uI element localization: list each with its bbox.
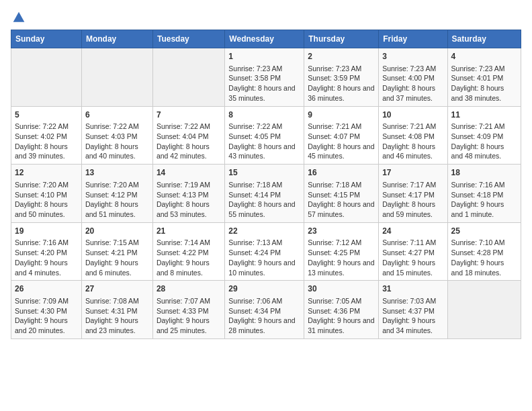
day-info: Daylight: 9 hours and 10 minutes. [228,258,300,277]
calendar-cell: 24Sunrise: 7:11 AMSunset: 4:27 PMDayligh… [379,222,447,281]
day-info: Daylight: 8 hours and 45 minutes. [308,142,375,161]
calendar-cell: 21Sunrise: 7:14 AMSunset: 4:22 PMDayligh… [152,222,224,281]
day-number: 25 [451,226,517,237]
day-number: 17 [382,167,443,179]
calendar-cell: 10Sunrise: 7:21 AMSunset: 4:08 PMDayligh… [379,106,447,165]
day-number: 21 [157,226,221,237]
calendar-cell: 27Sunrise: 7:08 AMSunset: 4:31 PMDayligh… [81,281,152,339]
day-info: Daylight: 9 hours and 31 minutes. [308,316,375,335]
day-number: 24 [382,226,443,237]
day-info: Daylight: 9 hours and 6 minutes. [85,258,149,277]
day-info: Sunrise: 7:13 AM [228,238,300,248]
day-info: Sunset: 4:01 PM [451,73,517,83]
day-header-tuesday: Tuesday [152,30,224,48]
page-header [11,11,521,24]
day-number: 9 [308,109,375,121]
calendar-cell: 16Sunrise: 7:18 AMSunset: 4:15 PMDayligh… [304,165,379,223]
day-number: 6 [85,109,149,121]
calendar-cell: 9Sunrise: 7:21 AMSunset: 4:07 PMDaylight… [304,106,379,165]
day-info: Sunrise: 7:07 AM [157,296,221,306]
calendar-cell: 17Sunrise: 7:17 AMSunset: 4:17 PMDayligh… [379,165,447,223]
day-number: 30 [308,283,375,295]
day-info: Daylight: 8 hours and 40 minutes. [85,142,149,161]
day-info: Sunset: 4:24 PM [228,248,300,258]
day-info: Sunrise: 7:09 AM [15,296,78,306]
day-number: 23 [308,226,375,237]
day-info: Sunset: 4:05 PM [228,132,300,142]
day-info: Sunrise: 7:21 AM [308,122,375,132]
calendar-cell: 25Sunrise: 7:10 AMSunset: 4:28 PMDayligh… [447,222,521,281]
day-info: Sunset: 4:28 PM [451,248,517,258]
calendar-cell: 6Sunrise: 7:22 AMSunset: 4:03 PMDaylight… [81,106,152,165]
day-number: 15 [228,167,300,179]
calendar-week-4: 19Sunrise: 7:16 AMSunset: 4:20 PMDayligh… [11,222,521,281]
calendar-cell: 1Sunrise: 7:23 AMSunset: 3:58 PMDaylight… [225,48,304,107]
calendar-week-2: 5Sunrise: 7:22 AMSunset: 4:02 PMDaylight… [11,106,521,165]
day-number: 26 [15,283,78,295]
day-info: Daylight: 9 hours and 34 minutes. [382,316,443,335]
day-number: 18 [451,167,517,179]
calendar-table: SundayMondayTuesdayWednesdayThursdayFrid… [11,30,521,339]
day-info: Sunset: 3:59 PM [308,73,375,83]
day-info: Daylight: 9 hours and 15 minutes. [382,258,443,277]
day-info: Daylight: 8 hours and 46 minutes. [382,142,443,161]
day-info: Daylight: 9 hours and 4 minutes. [15,258,78,277]
day-info: Sunset: 4:34 PM [228,306,300,316]
day-info: Sunset: 4:12 PM [85,190,149,200]
day-info: Sunrise: 7:22 AM [228,122,300,132]
day-info: Sunset: 4:14 PM [228,190,300,200]
day-info: Daylight: 9 hours and 28 minutes. [228,316,300,335]
day-info: Sunrise: 7:05 AM [308,296,375,306]
day-info: Sunset: 4:03 PM [85,132,149,142]
calendar-week-1: 1Sunrise: 7:23 AMSunset: 3:58 PMDaylight… [11,48,521,107]
day-number: 8 [228,109,300,121]
day-info: Sunrise: 7:16 AM [15,238,78,248]
day-header-sunday: Sunday [11,30,82,48]
day-info: Sunrise: 7:20 AM [15,180,78,190]
calendar-cell: 18Sunrise: 7:16 AMSunset: 4:18 PMDayligh… [447,165,521,223]
day-number: 28 [157,283,221,295]
day-number: 31 [382,283,443,295]
day-number: 10 [382,109,443,121]
day-info: Sunset: 4:21 PM [85,248,149,258]
day-number: 5 [15,109,78,121]
day-info: Sunset: 4:10 PM [15,190,78,200]
day-info: Daylight: 8 hours and 37 minutes. [382,83,443,103]
calendar-cell [152,48,224,107]
day-number: 7 [157,109,221,121]
day-info: Sunrise: 7:06 AM [228,296,300,306]
day-number: 2 [308,51,375,62]
day-info: Sunrise: 7:20 AM [85,180,149,190]
day-info: Sunset: 4:18 PM [451,190,517,200]
day-info: Sunset: 4:13 PM [157,190,221,200]
day-info: Sunrise: 7:22 AM [85,122,149,132]
day-info: Sunrise: 7:15 AM [85,238,149,248]
calendar-cell: 13Sunrise: 7:20 AMSunset: 4:12 PMDayligh… [81,165,152,223]
day-info: Sunrise: 7:11 AM [382,238,443,248]
logo-icon [12,11,26,24]
day-info: Daylight: 8 hours and 39 minutes. [15,142,78,161]
day-info: Daylight: 8 hours and 42 minutes. [157,142,221,161]
day-info: Sunset: 4:08 PM [382,132,443,142]
calendar-cell: 2Sunrise: 7:23 AMSunset: 3:59 PMDaylight… [304,48,379,107]
day-number: 20 [85,226,149,237]
calendar-cell: 5Sunrise: 7:22 AMSunset: 4:02 PMDaylight… [11,106,82,165]
day-info: Daylight: 9 hours and 1 minute. [451,199,517,219]
day-info: Sunrise: 7:14 AM [157,238,221,248]
logo [11,11,26,24]
day-info: Sunrise: 7:22 AM [15,122,78,132]
day-info: Sunset: 4:00 PM [382,73,443,83]
calendar-week-5: 26Sunrise: 7:09 AMSunset: 4:30 PMDayligh… [11,281,521,339]
day-header-thursday: Thursday [304,30,379,48]
calendar-cell: 26Sunrise: 7:09 AMSunset: 4:30 PMDayligh… [11,281,82,339]
calendar-cell: 20Sunrise: 7:15 AMSunset: 4:21 PMDayligh… [81,222,152,281]
days-header-row: SundayMondayTuesdayWednesdayThursdayFrid… [11,30,521,48]
day-info: Sunrise: 7:21 AM [451,122,517,132]
calendar-cell: 23Sunrise: 7:12 AMSunset: 4:25 PMDayligh… [304,222,379,281]
day-header-friday: Friday [379,30,447,48]
day-info: Sunrise: 7:23 AM [308,64,375,74]
day-info: Sunset: 4:09 PM [451,132,517,142]
day-info: Daylight: 8 hours and 50 minutes. [15,199,78,219]
day-number: 12 [15,167,78,179]
day-info: Daylight: 8 hours and 51 minutes. [85,199,149,219]
